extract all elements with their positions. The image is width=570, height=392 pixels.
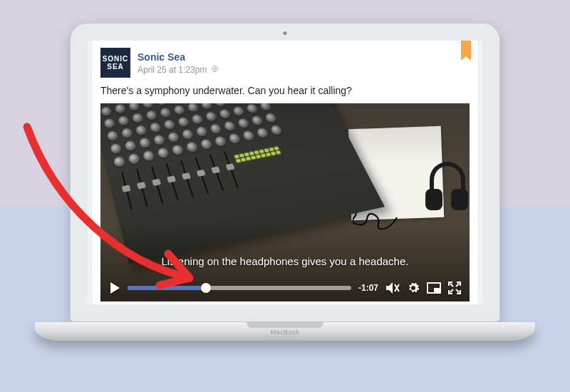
laptop-mockup: SONIC SEA Sonic Sea April 25 at 1:23pm: [70, 23, 500, 341]
scroll-gutter-right: [478, 41, 482, 304]
post-date-text: April 25 at 1:23pm: [138, 65, 207, 75]
video-frame-headphones: [421, 162, 470, 210]
video-player[interactable]: Listening on the headphones gives you a …: [100, 103, 470, 301]
video-caption-text: Listening on the headphones gives you a …: [155, 252, 416, 270]
facebook-post: SONIC SEA Sonic Sea April 25 at 1:23pm: [100, 48, 470, 301]
laptop-base: MacBook: [35, 322, 535, 341]
page-name-link[interactable]: Sonic Sea: [138, 51, 185, 63]
pip-button[interactable]: [427, 282, 441, 294]
audience-public-icon: [211, 65, 219, 75]
laptop-screen-bezel: SONIC SEA Sonic Sea April 25 at 1:23pm: [70, 23, 500, 322]
progress-thumb[interactable]: [201, 283, 211, 293]
laptop-brand-label: MacBook: [271, 329, 299, 336]
avatar-text-line1: SONIC: [103, 55, 129, 63]
avatar-text-line2: SEA: [107, 63, 124, 71]
play-button[interactable]: [109, 282, 120, 294]
page-avatar[interactable]: SONIC SEA: [100, 48, 130, 78]
time-remaining: -1:07: [358, 283, 378, 293]
laptop-camera: [284, 31, 287, 35]
mute-button[interactable]: [385, 282, 400, 294]
video-controls: -1:07: [100, 274, 470, 301]
post-meta: Sonic Sea April 25 at 1:23pm: [138, 51, 470, 76]
post-timestamp[interactable]: April 25 at 1:23pm: [138, 65, 470, 76]
video-caption-bar: Listening on the headphones gives you a …: [100, 252, 470, 270]
post-header: SONIC SEA Sonic Sea April 25 at 1:23pm: [100, 48, 470, 78]
save-bookmark-icon[interactable]: [461, 41, 471, 56]
post-body-text: There's a symphony underwater. Can you h…: [100, 85, 470, 96]
svg-rect-2: [434, 288, 440, 292]
scroll-gutter-left: [88, 41, 92, 304]
progress-bar[interactable]: [128, 286, 351, 290]
laptop-screen: SONIC SEA Sonic Sea April 25 at 1:23pm: [88, 41, 482, 304]
progress-fill: [128, 286, 206, 290]
fullscreen-button[interactable]: [448, 282, 461, 294]
settings-gear-icon[interactable]: [407, 282, 420, 294]
